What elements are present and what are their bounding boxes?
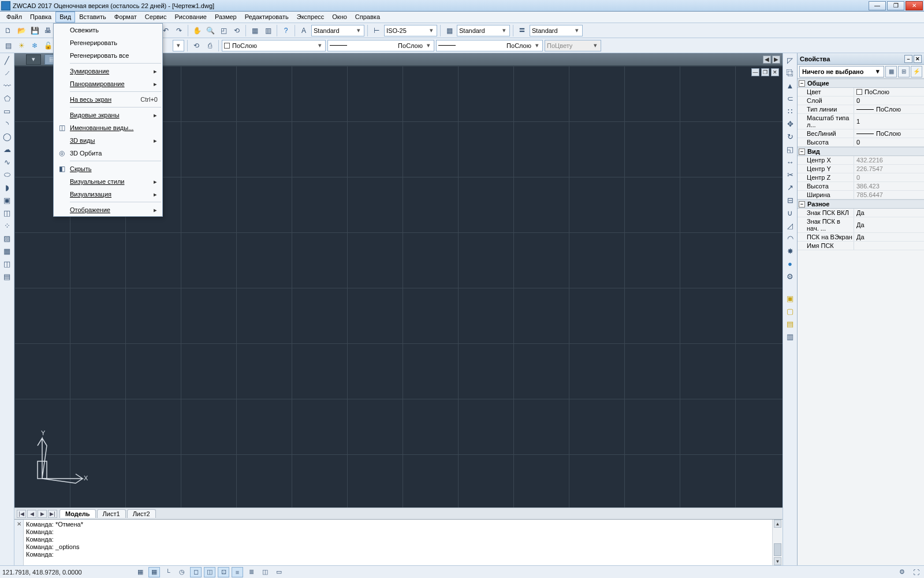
vm-fullscreen[interactable]: На весь экранCtrl+0	[54, 93, 162, 106]
region-icon[interactable]: ◫	[2, 258, 12, 269]
vm-regen-all[interactable]: Регенерировать все	[54, 49, 162, 62]
above-icon[interactable]: ▤	[785, 318, 795, 329]
revcloud-icon[interactable]: ☁	[2, 144, 12, 154]
annomon-icon[interactable]: ▭	[273, 567, 285, 577]
menu-dimension[interactable]: Размер	[211, 12, 241, 23]
trim-icon[interactable]: ✂	[785, 169, 795, 180]
line-icon[interactable]: ╱	[2, 55, 12, 65]
layer-drop[interactable]: ▾	[173, 40, 184, 51]
menu-format[interactable]: Формат	[110, 12, 141, 23]
array-icon[interactable]: ∷	[785, 106, 795, 116]
redo-icon[interactable]: ↷	[173, 25, 185, 36]
layer-prev-icon[interactable]: ⟲	[191, 40, 202, 51]
rotate-icon[interactable]: ↻	[785, 131, 795, 142]
scroll-down-icon[interactable]: ▼	[774, 557, 781, 565]
menu-file[interactable]: Файл	[2, 12, 26, 23]
rectangle-icon[interactable]: ▭	[2, 106, 12, 116]
textstyle-icon[interactable]: A	[298, 25, 310, 36]
props-close-icon[interactable]: ✕	[914, 55, 922, 63]
block-icon[interactable]: ◫	[2, 208, 12, 218]
dim-icon[interactable]: ●	[785, 258, 795, 269]
menu-modify[interactable]: Редактировать	[241, 12, 293, 23]
vm-hide[interactable]: ◧Скрыть	[54, 162, 162, 175]
lineweight-combo[interactable]: ПоСлою▾	[436, 40, 543, 51]
scroll-thumb[interactable]	[774, 543, 781, 556]
copy-icon[interactable]: ⿻	[785, 68, 795, 78]
vm-render[interactable]: Визуализация▸	[54, 188, 162, 201]
layer-match-icon[interactable]: ⎙	[204, 40, 215, 51]
fillet-icon[interactable]: ◠	[785, 233, 795, 243]
tab-nav-prev[interactable]: ◀	[27, 510, 36, 518]
open-icon[interactable]: 📂	[16, 25, 27, 36]
mirror-icon[interactable]: ▲	[785, 80, 795, 91]
status-gear-icon[interactable]: ⚙	[896, 567, 908, 577]
osnap-icon[interactable]: ◻	[190, 567, 202, 577]
move-icon[interactable]: ✥	[785, 118, 795, 129]
polygon-icon[interactable]: ⬠	[2, 93, 12, 103]
vm-orbit[interactable]: ◎3D Орбита	[54, 147, 162, 160]
selection-combo[interactable]: Ничего не выбрано▾	[799, 66, 884, 77]
menu-help[interactable]: Справка	[351, 12, 384, 23]
dimstyle-icon[interactable]: ⊢	[371, 25, 382, 36]
vm-display[interactable]: Отображение▸	[54, 203, 162, 216]
sun-icon[interactable]: ☀	[16, 40, 27, 51]
menu-window[interactable]: Окно	[328, 12, 351, 23]
grid-icon[interactable]: ▦	[148, 567, 160, 577]
tab-model[interactable]: Модель	[59, 509, 96, 518]
xline-icon[interactable]: ⟋	[2, 68, 12, 78]
scroll-up-icon[interactable]: ▲	[774, 520, 781, 528]
chamfer-icon[interactable]: ◿	[785, 220, 795, 231]
group-misc[interactable]: −Разное	[798, 199, 924, 209]
command-history[interactable]: Команда: *Отмена* Команда: Команда: Кома…	[24, 520, 772, 565]
explode-icon[interactable]: ✸	[785, 246, 795, 256]
menu-tools[interactable]: Сервис	[141, 12, 171, 23]
mlstyle-icon[interactable]: 〓	[516, 25, 528, 36]
menu-insert[interactable]: Вставить	[75, 12, 110, 23]
minimize-button[interactable]: —	[869, 1, 886, 10]
polyline-icon[interactable]: 〰	[2, 80, 12, 91]
selobj-icon[interactable]: ⊞	[898, 66, 910, 77]
properties-icon[interactable]: ▦	[249, 25, 260, 36]
tab-nav-last[interactable]: ▶|	[48, 510, 57, 518]
vm-refresh[interactable]: Освежить	[54, 24, 162, 36]
otrack-icon[interactable]: ◫	[204, 567, 215, 577]
lwt-icon[interactable]: ≡	[232, 567, 243, 577]
color-combo[interactable]: ПоСлою▾	[222, 40, 326, 51]
pan-icon[interactable]: ✋	[191, 25, 203, 36]
ellipsearc-icon[interactable]: ◗	[2, 182, 12, 192]
model-icon[interactable]: ≣	[245, 567, 257, 577]
vm-regen[interactable]: Регенерировать	[54, 36, 162, 49]
status-expand-icon[interactable]: ⛶	[910, 567, 922, 577]
zoom-prev-icon[interactable]: ⟲	[231, 25, 243, 36]
vm-named-views[interactable]: ◫Именованные виды...	[54, 121, 162, 134]
below-icon[interactable]: ▥	[785, 331, 795, 342]
vm-3dviews[interactable]: 3D виды▸	[54, 134, 162, 147]
extend-icon[interactable]: ↗	[785, 182, 795, 192]
vp-btn-1[interactable]: ▾	[26, 54, 41, 65]
tab-nav-first[interactable]: |◀	[17, 510, 26, 518]
insert-icon[interactable]: ▣	[2, 195, 12, 205]
cmd-close-icon[interactable]: ✕	[14, 520, 24, 565]
save-icon[interactable]: 💾	[29, 25, 40, 36]
scale-icon[interactable]: ◱	[785, 144, 795, 154]
lock-icon[interactable]: 🔓	[42, 40, 54, 51]
tab-nav-next[interactable]: ▶	[38, 510, 47, 518]
text-style-combo[interactable]: Standard▾	[311, 25, 364, 36]
gradient-icon[interactable]: ▦	[2, 246, 12, 256]
hatch-icon[interactable]: ▨	[2, 233, 12, 243]
print-icon[interactable]: 🖶	[42, 25, 54, 36]
cycling-icon[interactable]: ◫	[259, 567, 271, 577]
vm-pan[interactable]: Панорамирование▸	[54, 77, 162, 90]
circle-icon[interactable]: ◯	[2, 131, 12, 142]
ortho-icon[interactable]: └	[162, 567, 174, 577]
offset-icon[interactable]: ⊂	[785, 93, 795, 103]
strip-right-icon[interactable]: ▶	[772, 55, 780, 64]
stretch-icon[interactable]: ↔	[785, 157, 795, 167]
pickadd-icon[interactable]: ▦	[885, 66, 897, 77]
back-icon[interactable]: ▢	[785, 306, 795, 316]
zoom-win-icon[interactable]: ◰	[218, 25, 229, 36]
strip-left-icon[interactable]: ◀	[763, 55, 771, 64]
front-icon[interactable]: ▣	[785, 293, 795, 303]
cmd-scrollbar[interactable]: ▲ ▼	[772, 520, 783, 565]
block-icon[interactable]: ▥	[262, 25, 274, 36]
